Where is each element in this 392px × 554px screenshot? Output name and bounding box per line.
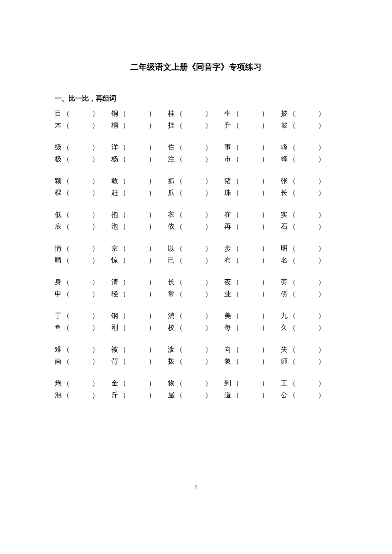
character: 坡 (281, 119, 288, 131)
character: 美 (224, 310, 232, 322)
blank-paren: （） (288, 310, 325, 322)
blank-paren: （） (62, 153, 99, 165)
exercise-group: 低（）抱（）衣（）在（）实（）底（）泡（）依（）再（）石（） (55, 209, 337, 232)
character: 明 (281, 242, 288, 254)
exercise-row: 底（）泡（）依（）再（）石（） (55, 221, 337, 232)
character: 棵 (55, 187, 62, 199)
exercise-cell: 失（） (281, 344, 337, 355)
character: 名 (281, 254, 288, 266)
character: 市 (224, 153, 232, 165)
exercise-cell: 事（） (224, 141, 281, 153)
character: 衣 (168, 209, 175, 221)
character: 于 (55, 310, 62, 322)
character: 已 (168, 254, 175, 266)
blank-paren: （） (119, 254, 156, 266)
exercise-row: 目（）铜（）桂（）生（）披（） (55, 108, 337, 119)
exercise-cell: 轻（） (111, 288, 168, 300)
character: 抱 (111, 209, 119, 221)
blank-paren: （） (119, 377, 156, 389)
character: 赶 (111, 187, 119, 199)
exercise-group: 于（）钢（）消（）美（）九（）鱼（）刚（）校（）每（）久（） (55, 310, 337, 333)
exercise-cell: 底（） (55, 221, 111, 232)
blank-paren: （） (175, 288, 212, 300)
exercise-cell: 赶（） (111, 187, 168, 199)
blank-paren: （） (232, 377, 269, 389)
exercise-cell: 猪（） (224, 175, 281, 187)
exercise-group: 级（）洋（）住（）事（）峰（）极（）杨（）注（）市（）蜂（） (55, 141, 337, 165)
blank-paren: （） (288, 175, 325, 187)
blank-paren: （） (62, 288, 99, 300)
blank-paren: （） (62, 355, 99, 367)
exercise-cell: 杨（） (111, 153, 168, 165)
blank-paren: （） (62, 209, 99, 221)
exercise-cell: 衣（） (168, 209, 224, 221)
exercise-cell: 实（） (281, 209, 337, 221)
character: 九 (281, 310, 288, 322)
blank-paren: （） (62, 119, 99, 131)
character: 爪 (168, 187, 175, 199)
exercise-cell: 长（） (168, 276, 224, 288)
exercise-cell: 难（） (55, 344, 111, 355)
blank-paren: （） (62, 187, 99, 199)
exercise-cell: 钢（） (111, 310, 168, 322)
character: 象 (224, 355, 232, 367)
exercise-row: 晴（）惊（）已（）布（）名（） (55, 254, 337, 266)
exercise-group: 目（）铜（）桂（）生（）披（）木（）桐（）挂（）升（）坡（） (55, 108, 337, 131)
blank-paren: （） (62, 108, 99, 119)
exercise-cell: 傍（） (281, 288, 337, 300)
blank-paren: （） (175, 187, 212, 199)
exercise-group: 难（）被（）泼（）向（）失（）南（）背（）拨（）象（）师（） (55, 344, 337, 367)
character: 猪 (224, 175, 232, 187)
blank-paren: （） (175, 310, 212, 322)
exercise-cell: 步（） (224, 242, 281, 254)
blank-paren: （） (232, 221, 269, 232)
blank-paren: （） (119, 322, 156, 333)
exercise-content: 目（）铜（）桂（）生（）披（）木（）桐（）挂（）升（）坡（）级（）洋（）住（）事… (55, 108, 337, 401)
blank-paren: （） (288, 389, 325, 401)
exercise-cell: 洋（） (111, 141, 168, 153)
character: 步 (224, 242, 232, 254)
blank-paren: （） (288, 108, 325, 119)
exercise-cell: 在（） (224, 209, 281, 221)
exercise-cell: 坡（） (281, 119, 337, 131)
character: 师 (281, 355, 288, 367)
exercise-row: 颗（）敢（）抓（）猪（）张（） (55, 175, 337, 187)
exercise-cell: 再（） (224, 221, 281, 232)
exercise-cell: 珠（） (224, 187, 281, 199)
blank-paren: （） (232, 355, 269, 367)
blank-paren: （） (175, 119, 212, 131)
blank-paren: （） (175, 377, 212, 389)
exercise-cell: 晴（） (55, 254, 111, 266)
exercise-cell: 峰（） (281, 141, 337, 153)
character: 敢 (111, 175, 119, 187)
exercise-cell: 南（） (55, 355, 111, 367)
exercise-cell: 披（） (281, 108, 337, 119)
exercise-row: 鱼（）刚（）校（）每（）久（） (55, 322, 337, 333)
exercise-cell: 敢（） (111, 175, 168, 187)
character: 道 (224, 389, 232, 401)
character: 洋 (111, 141, 119, 153)
exercise-cell: 蜂（） (281, 153, 337, 165)
blank-paren: （） (119, 175, 156, 187)
character: 升 (224, 119, 232, 131)
page-title: 二年级语文上册《同音字》专项练习 (55, 62, 337, 72)
exercise-cell: 于（） (55, 310, 111, 322)
character: 屋 (168, 389, 175, 401)
blank-paren: （） (119, 288, 156, 300)
blank-paren: （） (62, 276, 99, 288)
blank-paren: （） (232, 119, 269, 131)
blank-paren: （） (288, 119, 325, 131)
blank-paren: （） (62, 221, 99, 232)
exercise-cell: 布（） (224, 254, 281, 266)
character: 挂 (168, 119, 175, 131)
blank-paren: （） (232, 254, 269, 266)
exercise-row: 木（）桐（）挂（）升（）坡（） (55, 119, 337, 131)
blank-paren: （） (175, 209, 212, 221)
exercise-group: 身（）清（）长（）夜（）旁（）申（）轻（）常（）业（）傍（） (55, 276, 337, 300)
blank-paren: （） (288, 322, 325, 333)
exercise-row: 级（）洋（）住（）事（）峰（） (55, 141, 337, 153)
character: 刚 (111, 322, 119, 333)
exercise-cell: 夜（） (224, 276, 281, 288)
character: 炮 (55, 377, 62, 389)
blank-paren: （） (288, 288, 325, 300)
